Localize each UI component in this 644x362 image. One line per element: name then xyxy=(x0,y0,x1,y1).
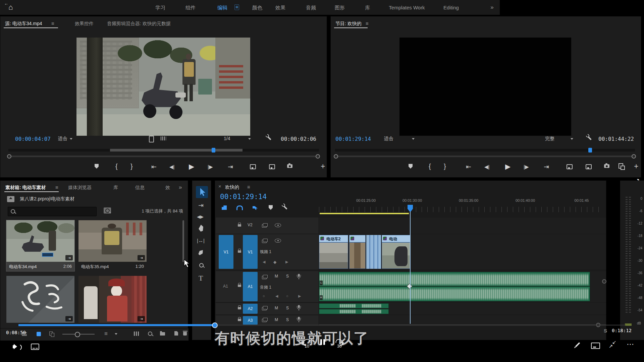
clip-thumbnail[interactable] xyxy=(6,220,74,262)
clip-name[interactable]: 电动车34.mp4 xyxy=(9,264,37,270)
overwrite-icon[interactable] xyxy=(269,164,275,169)
freeform-view-icon[interactable] xyxy=(49,331,53,336)
minimize-button[interactable]: ↙ ↗ xyxy=(609,340,618,349)
source-add-button[interactable]: + xyxy=(321,162,325,171)
menu-item-audio[interactable]: 音频 xyxy=(306,5,316,11)
play-button[interactable]: ▶ xyxy=(189,163,194,171)
bin-search-icon[interactable] xyxy=(104,207,111,214)
timeline-settings-icon[interactable] xyxy=(283,205,287,209)
program-play-button[interactable]: ▶ xyxy=(505,163,511,171)
timeline-panel-menu-icon[interactable]: ≡ xyxy=(247,184,250,190)
clip-card[interactable]: ⇥ xyxy=(6,276,74,323)
timeline-clip-video[interactable] xyxy=(349,235,366,269)
program-goto-out-button[interactable]: ⇥ xyxy=(544,163,549,171)
menu-item-color[interactable]: 颜色 xyxy=(252,5,262,11)
solo-button[interactable]: S xyxy=(286,274,289,279)
source-zoom-select[interactable]: 适合 xyxy=(58,136,72,142)
timeline-tab[interactable]: 欢快的 xyxy=(225,184,239,190)
bin-panel-menu-icon[interactable]: ≡ xyxy=(55,184,58,190)
track-v2-label[interactable]: V2 xyxy=(248,223,253,227)
program-add-button[interactable]: + xyxy=(634,162,638,171)
extract-icon[interactable] xyxy=(586,164,592,169)
source-timecode[interactable]: 00:00:04:07 xyxy=(15,136,51,142)
kf-prev-icon[interactable]: ◀ xyxy=(275,294,278,298)
pip-button[interactable] xyxy=(591,343,600,349)
mic-icon[interactable] xyxy=(298,274,300,277)
menu-item-components[interactable]: 组件 xyxy=(185,5,196,11)
ripple-edit-tool[interactable]: ◀▶ xyxy=(197,214,204,219)
slip-tool[interactable]: |↔| xyxy=(197,238,205,243)
breadcrumb[interactable]: 第八课2.prproj\电动车素材 xyxy=(20,196,74,202)
lock-icon[interactable] xyxy=(238,319,241,321)
safe-margins-icon[interactable] xyxy=(149,136,154,142)
track-a1-name[interactable]: 音频 1 xyxy=(260,285,271,290)
goto-out-button[interactable]: ⇥ xyxy=(228,163,233,171)
timeline-clip-video[interactable]: 电动车2 xyxy=(319,235,348,269)
kf-add-icon[interactable]: ◆ xyxy=(273,260,276,264)
sync-lock-icon[interactable] xyxy=(262,224,267,228)
track-v2-lane[interactable] xyxy=(318,218,606,234)
tab-libraries[interactable]: 库 xyxy=(113,185,118,191)
track-a3-lane[interactable] xyxy=(318,315,606,325)
mic-icon[interactable] xyxy=(298,317,300,320)
razor-tool[interactable] xyxy=(198,224,204,232)
work-area-bar[interactable] xyxy=(320,213,409,214)
player-seekbar-handle[interactable] xyxy=(212,322,218,328)
timeline-clip-video[interactable]: 电动 xyxy=(382,235,410,269)
lock-icon[interactable] xyxy=(238,307,241,309)
menu-item-libraries[interactable]: 库 xyxy=(365,5,370,11)
nest-source-icon[interactable] xyxy=(222,205,227,210)
new-bin-icon[interactable] xyxy=(160,332,165,336)
tab-info[interactable]: 信息 xyxy=(135,185,145,191)
program-zoombar-right-handle[interactable] xyxy=(632,154,636,159)
sync-lock-icon[interactable] xyxy=(262,307,267,310)
source-settings-icon[interactable] xyxy=(161,136,166,140)
new-item-icon[interactable] xyxy=(174,331,178,336)
timeline-clip-audio-small[interactable] xyxy=(319,309,389,314)
timeline-v-scrollbar-handle[interactable] xyxy=(602,279,606,284)
program-mark-in-button[interactable]: { xyxy=(429,163,431,170)
sync-lock-icon[interactable] xyxy=(262,240,267,243)
track-a2-lane[interactable] xyxy=(318,303,606,314)
step-back-button[interactable]: ◀| xyxy=(169,164,174,170)
program-wrench-icon[interactable] xyxy=(588,136,592,140)
source-playhead[interactable] xyxy=(212,148,215,153)
timeline-timecode[interactable]: 00:01:29:14 xyxy=(220,193,267,201)
lock-icon[interactable] xyxy=(238,224,241,227)
more-options-button[interactable]: ⋯ xyxy=(627,340,634,349)
target-track-a3[interactable]: A3 xyxy=(243,316,258,325)
source-resolution-select[interactable]: 1/4 xyxy=(224,136,251,141)
timeline-clips-micro[interactable] xyxy=(366,235,381,269)
program-zoombar-left-handle[interactable] xyxy=(334,154,338,159)
timeline-tab-close-icon[interactable]: × xyxy=(218,183,221,189)
icon-view-icon[interactable] xyxy=(37,332,41,336)
program-goto-in-button[interactable]: ⇤ xyxy=(466,163,471,171)
captions-button[interactable] xyxy=(31,344,39,350)
mic-icon[interactable] xyxy=(298,305,300,308)
clip-thumbnail-opera[interactable] xyxy=(78,276,147,323)
tab-effects-truncated[interactable]: 效 xyxy=(165,185,170,191)
track-v1-name[interactable]: 视频 1 xyxy=(260,249,271,255)
program-zoom-select[interactable]: 适合 xyxy=(384,136,415,142)
comparison-view-icon[interactable] xyxy=(619,163,623,169)
tab-metadata[interactable]: 元数据 xyxy=(157,21,171,27)
program-step-forward-button[interactable]: |▶ xyxy=(524,164,529,170)
kf-add-icon[interactable]: ○ xyxy=(286,294,288,298)
kf-type-icon[interactable]: ○ xyxy=(263,294,265,298)
selection-tool[interactable] xyxy=(196,186,208,198)
timeline-ruler-ticks[interactable] xyxy=(319,207,604,212)
program-playhead[interactable] xyxy=(588,148,592,153)
goto-in-button[interactable]: ⇤ xyxy=(151,163,157,171)
menu-item-editing[interactable]: Editing xyxy=(443,5,459,10)
menu-edit-options-icon[interactable]: ≡ xyxy=(234,4,239,10)
timeline-clip-audio[interactable]: L R xyxy=(319,272,590,301)
solo-button[interactable]: S xyxy=(286,317,289,322)
sync-lock-icon[interactable] xyxy=(262,276,267,279)
mute-button[interactable]: M xyxy=(275,317,278,322)
kf-next-icon[interactable]: ▶ xyxy=(285,260,288,264)
tab-effect-controls[interactable]: 效果控件 xyxy=(75,21,94,27)
lock-icon[interactable] xyxy=(238,250,241,253)
track-select-forward-tool[interactable]: ⇥ xyxy=(198,201,204,209)
eye-icon[interactable] xyxy=(275,239,281,243)
menu-item-learn[interactable]: 学习 xyxy=(155,5,165,11)
